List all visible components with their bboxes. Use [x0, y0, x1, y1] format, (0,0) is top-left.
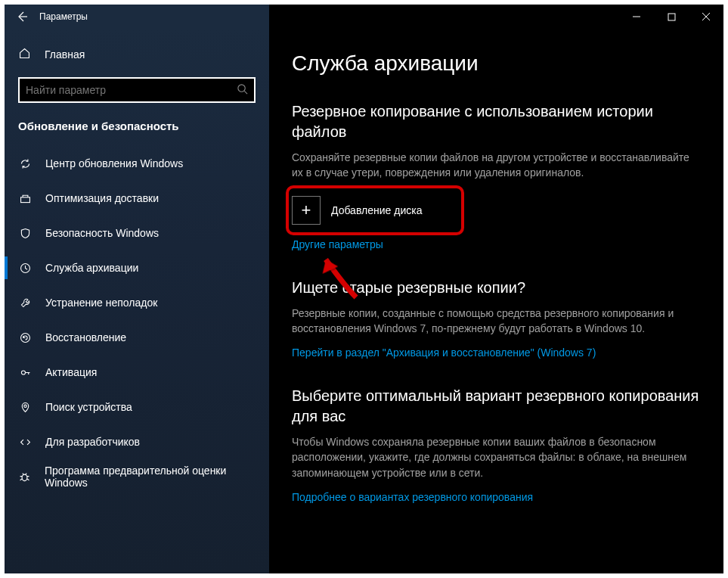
sidebar-item-label: Центр обновления Windows [45, 157, 183, 169]
maximize-button[interactable] [654, 5, 689, 29]
backup-icon [18, 262, 32, 275]
sidebar-item-label: Программа предварительной оценки Windows [45, 465, 256, 489]
location-icon [18, 401, 32, 414]
add-drive-button[interactable]: + Добавление диска [292, 191, 458, 229]
close-icon [702, 12, 711, 21]
old-backups-desc: Резервные копии, созданные с помощью сре… [292, 306, 701, 337]
backup-option-section: Выберите оптимальный вариант резервного … [292, 386, 701, 503]
sidebar-item-label: Восстановление [45, 331, 126, 343]
old-backups-section: Ищете старые резервные копии? Резервные … [292, 278, 701, 359]
svg-point-7 [22, 474, 27, 481]
sidebar-item-label: Устранение неполадок [45, 297, 157, 309]
wrench-icon [18, 297, 32, 309]
sidebar-item-label: Поиск устройства [45, 401, 132, 413]
file-history-desc: Сохраняйте резервные копии файлов на дру… [292, 150, 701, 181]
maximize-icon [668, 13, 676, 21]
body: Главная Обновление и безопасность Центр … [5, 29, 723, 573]
sidebar-item-find-device[interactable]: Поиск устройства [5, 390, 269, 424]
sidebar-item-activation[interactable]: Активация [5, 355, 269, 390]
minimize-button[interactable] [619, 5, 654, 29]
sync-icon [18, 157, 32, 170]
window-title: Параметры [39, 11, 88, 22]
file-history-heading: Резервное копирование с использованием и… [292, 101, 701, 142]
plus-icon: + [292, 196, 321, 225]
win7-backup-link[interactable]: Перейти в раздел "Архивация и восстановл… [292, 346, 596, 359]
sidebar-item-backup[interactable]: Служба архивации [5, 250, 269, 285]
sidebar-item-label: Для разработчиков [45, 436, 140, 448]
sidebar-home-label: Главная [45, 48, 85, 61]
old-backups-heading: Ищете старые резервные копии? [292, 278, 701, 298]
sidebar: Главная Обновление и безопасность Центр … [5, 29, 269, 573]
settings-window: Параметры Главная [5, 5, 723, 573]
sidebar-item-windows-update[interactable]: Центр обновления Windows [5, 146, 269, 181]
titlebar: Параметры [5, 5, 723, 29]
window-controls [619, 5, 723, 29]
delivery-icon [18, 192, 32, 205]
file-history-section: Резервное копирование с использованием и… [292, 101, 701, 250]
backup-option-heading: Выберите оптимальный вариант резервного … [292, 386, 701, 427]
add-drive-label: Добавление диска [331, 204, 422, 216]
sidebar-item-windows-security[interactable]: Безопасность Windows [5, 216, 269, 250]
sidebar-item-insider[interactable]: Программа предварительной оценки Windows [5, 459, 269, 494]
backup-option-link[interactable]: Подробнее о вариантах резервного копиров… [292, 491, 533, 503]
code-icon [18, 436, 32, 449]
add-drive-callout: + Добавление диска [292, 191, 458, 229]
svg-point-6 [23, 405, 26, 407]
recovery-icon [18, 331, 32, 344]
back-button[interactable] [5, 5, 39, 29]
sidebar-nav: Центр обновления Windows Оптимизация дос… [5, 146, 269, 494]
sidebar-item-label: Безопасность Windows [45, 227, 159, 239]
sidebar-item-label: Активация [45, 366, 97, 378]
search-icon [237, 83, 248, 97]
sidebar-item-delivery-opt[interactable]: Оптимизация доставки [5, 181, 269, 216]
close-button[interactable] [689, 5, 723, 29]
content-pane: Служба архивации Резервное копирование с… [269, 29, 723, 573]
more-options-link[interactable]: Другие параметры [292, 238, 383, 250]
minimize-icon [632, 12, 641, 21]
shield-icon [18, 227, 32, 240]
svg-point-5 [21, 370, 25, 374]
page-title: Служба архивации [292, 51, 701, 76]
sidebar-item-label: Оптимизация доставки [45, 192, 159, 204]
sidebar-item-troubleshoot[interactable]: Устранение неполадок [5, 285, 269, 320]
sidebar-home[interactable]: Главная [5, 39, 269, 70]
search-input[interactable] [26, 84, 237, 96]
search-box[interactable] [18, 77, 256, 103]
svg-rect-0 [668, 14, 675, 20]
svg-rect-2 [20, 197, 29, 202]
svg-point-1 [238, 85, 245, 92]
sidebar-item-recovery[interactable]: Восстановление [5, 320, 269, 355]
sidebar-item-label: Служба архивации [45, 262, 138, 274]
sidebar-section-title: Обновление и безопасность [5, 112, 269, 146]
backup-option-desc: Чтобы Windows сохраняла резервные копии … [292, 434, 701, 480]
key-icon [18, 366, 32, 379]
home-icon [18, 47, 31, 62]
arrow-left-icon [16, 11, 28, 23]
sidebar-item-for-developers[interactable]: Для разработчиков [5, 424, 269, 459]
bug-icon [18, 471, 31, 483]
